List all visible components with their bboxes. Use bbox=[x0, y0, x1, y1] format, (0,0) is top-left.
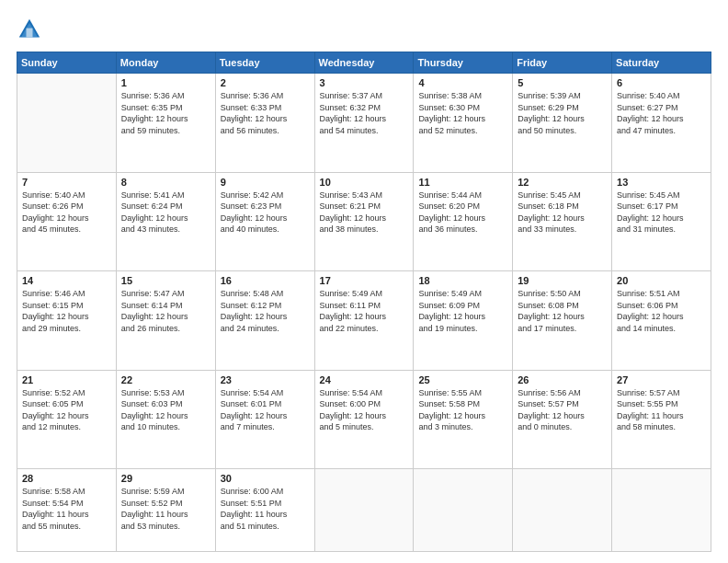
calendar-cell: 9Sunrise: 5:42 AM Sunset: 6:23 PM Daylig… bbox=[215, 172, 314, 271]
weekday-header-row: SundayMondayTuesdayWednesdayThursdayFrid… bbox=[17, 52, 711, 74]
day-info: Sunrise: 5:45 AM Sunset: 6:17 PM Dayligh… bbox=[617, 190, 706, 236]
day-info: Sunrise: 5:51 AM Sunset: 6:06 PM Dayligh… bbox=[617, 288, 706, 334]
calendar-cell: 15Sunrise: 5:47 AM Sunset: 6:14 PM Dayli… bbox=[116, 271, 215, 371]
calendar-cell: 17Sunrise: 5:49 AM Sunset: 6:11 PM Dayli… bbox=[314, 271, 414, 371]
day-number: 13 bbox=[617, 177, 706, 188]
day-number: 18 bbox=[418, 275, 507, 286]
calendar-cell: 26Sunrise: 5:56 AM Sunset: 5:57 PM Dayli… bbox=[513, 370, 612, 469]
day-info: Sunrise: 5:53 AM Sunset: 6:03 PM Dayligh… bbox=[121, 387, 210, 433]
day-number: 2 bbox=[221, 77, 310, 88]
day-info: Sunrise: 5:37 AM Sunset: 6:32 PM Dayligh… bbox=[320, 90, 409, 136]
calendar-cell: 27Sunrise: 5:57 AM Sunset: 5:55 PM Dayli… bbox=[612, 370, 711, 469]
calendar-cell: 18Sunrise: 5:49 AM Sunset: 6:09 PM Dayli… bbox=[414, 271, 513, 371]
calendar-cell bbox=[414, 469, 513, 552]
day-number: 1 bbox=[121, 77, 210, 88]
weekday-friday: Friday bbox=[513, 52, 612, 74]
calendar-cell: 30Sunrise: 6:00 AM Sunset: 5:51 PM Dayli… bbox=[215, 469, 314, 552]
day-info: Sunrise: 5:50 AM Sunset: 6:08 PM Dayligh… bbox=[518, 288, 607, 334]
day-number: 22 bbox=[121, 374, 210, 385]
week-row-4: 21Sunrise: 5:52 AM Sunset: 6:05 PM Dayli… bbox=[17, 370, 711, 469]
calendar-cell: 23Sunrise: 5:54 AM Sunset: 6:01 PM Dayli… bbox=[215, 370, 314, 469]
week-row-1: 1Sunrise: 5:36 AM Sunset: 6:35 PM Daylig… bbox=[17, 74, 711, 173]
day-info: Sunrise: 5:55 AM Sunset: 5:58 PM Dayligh… bbox=[418, 387, 507, 433]
day-info: Sunrise: 5:39 AM Sunset: 6:29 PM Dayligh… bbox=[518, 90, 607, 136]
day-number: 30 bbox=[221, 473, 310, 484]
day-number: 24 bbox=[320, 374, 409, 385]
calendar-cell: 16Sunrise: 5:48 AM Sunset: 6:12 PM Dayli… bbox=[215, 271, 314, 371]
day-info: Sunrise: 5:47 AM Sunset: 6:14 PM Dayligh… bbox=[121, 288, 210, 334]
calendar-cell bbox=[612, 469, 711, 552]
day-info: Sunrise: 5:52 AM Sunset: 6:05 PM Dayligh… bbox=[22, 387, 111, 433]
calendar-cell: 14Sunrise: 5:46 AM Sunset: 6:15 PM Dayli… bbox=[17, 271, 117, 371]
day-number: 5 bbox=[518, 77, 607, 88]
day-info: Sunrise: 5:59 AM Sunset: 5:52 PM Dayligh… bbox=[121, 486, 210, 532]
day-info: Sunrise: 5:46 AM Sunset: 6:15 PM Dayligh… bbox=[22, 288, 111, 334]
calendar-cell: 11Sunrise: 5:44 AM Sunset: 6:20 PM Dayli… bbox=[414, 172, 513, 271]
day-number: 15 bbox=[121, 275, 210, 286]
svg-rect-2 bbox=[27, 29, 33, 38]
calendar-cell: 20Sunrise: 5:51 AM Sunset: 6:06 PM Dayli… bbox=[612, 271, 711, 371]
day-number: 17 bbox=[320, 275, 409, 286]
logo-icon bbox=[17, 17, 42, 42]
calendar-cell: 5Sunrise: 5:39 AM Sunset: 6:29 PM Daylig… bbox=[513, 74, 612, 173]
calendar-cell: 2Sunrise: 5:36 AM Sunset: 6:33 PM Daylig… bbox=[215, 74, 314, 173]
day-number: 10 bbox=[320, 177, 409, 188]
calendar-cell bbox=[314, 469, 414, 552]
day-number: 21 bbox=[22, 374, 111, 385]
calendar-cell: 8Sunrise: 5:41 AM Sunset: 6:24 PM Daylig… bbox=[116, 172, 215, 271]
day-info: Sunrise: 5:42 AM Sunset: 6:23 PM Dayligh… bbox=[221, 190, 310, 236]
day-info: Sunrise: 6:00 AM Sunset: 5:51 PM Dayligh… bbox=[221, 486, 310, 532]
day-info: Sunrise: 5:48 AM Sunset: 6:12 PM Dayligh… bbox=[221, 288, 310, 334]
page: SundayMondayTuesdayWednesdayThursdayFrid… bbox=[0, 0, 728, 563]
day-info: Sunrise: 5:41 AM Sunset: 6:24 PM Dayligh… bbox=[121, 190, 210, 236]
calendar-cell: 4Sunrise: 5:38 AM Sunset: 6:30 PM Daylig… bbox=[414, 74, 513, 173]
calendar-cell: 10Sunrise: 5:43 AM Sunset: 6:21 PM Dayli… bbox=[314, 172, 414, 271]
calendar-cell: 7Sunrise: 5:40 AM Sunset: 6:26 PM Daylig… bbox=[17, 172, 117, 271]
calendar-cell: 13Sunrise: 5:45 AM Sunset: 6:17 PM Dayli… bbox=[612, 172, 711, 271]
day-number: 9 bbox=[221, 177, 310, 188]
calendar-cell: 12Sunrise: 5:45 AM Sunset: 6:18 PM Dayli… bbox=[513, 172, 612, 271]
day-number: 27 bbox=[617, 374, 706, 385]
week-row-5: 28Sunrise: 5:58 AM Sunset: 5:54 PM Dayli… bbox=[17, 469, 711, 552]
day-info: Sunrise: 5:40 AM Sunset: 6:26 PM Dayligh… bbox=[22, 190, 111, 236]
calendar-cell: 1Sunrise: 5:36 AM Sunset: 6:35 PM Daylig… bbox=[116, 74, 215, 173]
calendar-cell: 29Sunrise: 5:59 AM Sunset: 5:52 PM Dayli… bbox=[116, 469, 215, 552]
day-number: 19 bbox=[518, 275, 607, 286]
day-info: Sunrise: 5:58 AM Sunset: 5:54 PM Dayligh… bbox=[22, 486, 111, 532]
day-info: Sunrise: 5:49 AM Sunset: 6:09 PM Dayligh… bbox=[418, 288, 507, 334]
weekday-monday: Monday bbox=[116, 52, 215, 74]
calendar-cell: 25Sunrise: 5:55 AM Sunset: 5:58 PM Dayli… bbox=[414, 370, 513, 469]
weekday-thursday: Thursday bbox=[414, 52, 513, 74]
day-info: Sunrise: 5:57 AM Sunset: 5:55 PM Dayligh… bbox=[617, 387, 706, 433]
day-number: 4 bbox=[418, 77, 507, 88]
day-number: 12 bbox=[518, 177, 607, 188]
day-info: Sunrise: 5:44 AM Sunset: 6:20 PM Dayligh… bbox=[418, 190, 507, 236]
day-number: 11 bbox=[418, 177, 507, 188]
weekday-saturday: Saturday bbox=[612, 52, 711, 74]
day-number: 23 bbox=[221, 374, 310, 385]
day-info: Sunrise: 5:54 AM Sunset: 6:01 PM Dayligh… bbox=[221, 387, 310, 433]
calendar-cell: 24Sunrise: 5:54 AM Sunset: 6:00 PM Dayli… bbox=[314, 370, 414, 469]
day-number: 20 bbox=[617, 275, 706, 286]
day-number: 28 bbox=[22, 473, 111, 484]
weekday-tuesday: Tuesday bbox=[215, 52, 314, 74]
calendar-cell bbox=[17, 74, 117, 173]
day-number: 16 bbox=[221, 275, 310, 286]
calendar-cell bbox=[513, 469, 612, 552]
day-info: Sunrise: 5:36 AM Sunset: 6:35 PM Dayligh… bbox=[121, 90, 210, 136]
weekday-sunday: Sunday bbox=[17, 52, 117, 74]
calendar-cell: 6Sunrise: 5:40 AM Sunset: 6:27 PM Daylig… bbox=[612, 74, 711, 173]
day-number: 8 bbox=[121, 177, 210, 188]
day-info: Sunrise: 5:49 AM Sunset: 6:11 PM Dayligh… bbox=[320, 288, 409, 334]
calendar-cell: 3Sunrise: 5:37 AM Sunset: 6:32 PM Daylig… bbox=[314, 74, 414, 173]
header bbox=[17, 17, 711, 42]
day-number: 25 bbox=[418, 374, 507, 385]
weekday-wednesday: Wednesday bbox=[314, 52, 414, 74]
week-row-3: 14Sunrise: 5:46 AM Sunset: 6:15 PM Dayli… bbox=[17, 271, 711, 371]
day-info: Sunrise: 5:56 AM Sunset: 5:57 PM Dayligh… bbox=[518, 387, 607, 433]
calendar-cell: 21Sunrise: 5:52 AM Sunset: 6:05 PM Dayli… bbox=[17, 370, 117, 469]
day-number: 3 bbox=[320, 77, 409, 88]
day-number: 29 bbox=[121, 473, 210, 484]
day-number: 14 bbox=[22, 275, 111, 286]
day-info: Sunrise: 5:38 AM Sunset: 6:30 PM Dayligh… bbox=[418, 90, 507, 136]
